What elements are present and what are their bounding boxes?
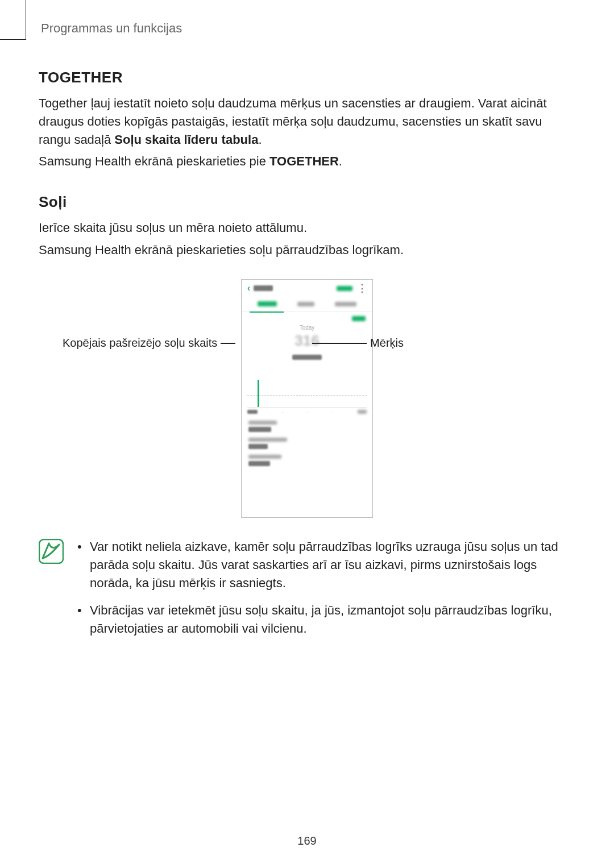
note-item-2: Vibrācijas var ietekmēt jūsu soļu skaitu… — [74, 601, 575, 638]
steps-para2: Samsung Health ekrānā pieskarieties soļu… — [39, 241, 575, 259]
callout-left-wrap: Kopējais pašreizējo soļu skaits — [63, 337, 235, 350]
back-chevron-icon: ‹ — [247, 283, 250, 293]
callout-right-wrap: Mērķis — [312, 337, 404, 350]
daily-steps-blur — [292, 355, 322, 360]
metric-2-label — [248, 438, 287, 442]
step-chart — [247, 372, 367, 408]
chart-label-3: · — [307, 410, 308, 415]
header-corner-mark — [0, 0, 26, 40]
metric-1-label — [248, 421, 277, 425]
chart-label-5 — [358, 410, 367, 415]
together-instr-bold: TOGETHER — [269, 154, 339, 168]
tab-blur-2 — [297, 302, 314, 306]
appbar-title-blur — [254, 285, 273, 291]
phone-tabs — [242, 297, 372, 312]
daily-steps-wrap — [242, 352, 372, 362]
chart-dashed-line — [247, 395, 367, 396]
chart-label-1 — [247, 410, 258, 415]
together-instr-suffix: . — [339, 154, 342, 168]
target-row — [242, 312, 372, 321]
page-content: TOGETHER Together ļauj iestatīt noieto s… — [39, 69, 575, 647]
callout-left-line — [221, 343, 235, 344]
callout-right-label: Mērķis — [370, 337, 404, 350]
chart-bar — [258, 380, 259, 407]
target-value-blur — [352, 316, 366, 321]
more-icon: ⋮ — [357, 282, 367, 294]
metric-2-value — [248, 444, 268, 449]
phone-appbar: ‹ ⋮ — [242, 280, 372, 297]
metric-3-value — [248, 461, 270, 466]
chart-x-labels: · · · — [242, 408, 372, 415]
chart-label-2: · — [281, 410, 283, 415]
metric-1 — [242, 415, 372, 432]
chapter-header: Programmas un funkcijas — [41, 20, 575, 35]
tab-active-blur — [258, 301, 277, 306]
phone-mock: ‹ ⋮ — [241, 279, 373, 518]
chart-label-4: · — [332, 410, 333, 415]
document-page: Programmas un funkcijas TOGETHER Togethe… — [0, 0, 614, 868]
callout-right-line — [312, 343, 367, 344]
together-heading: TOGETHER — [39, 69, 575, 86]
together-instruction: Samsung Health ekrānā pieskarieties pie … — [39, 152, 575, 171]
tab-underline — [250, 312, 284, 313]
today-label: Today — [242, 325, 372, 331]
callout-left-label: Kopējais pašreizējo soļu skaits — [63, 337, 217, 350]
page-number: 169 — [0, 834, 614, 848]
metric-3 — [242, 449, 372, 466]
together-paragraph: Together ļauj iestatīt noieto soļu daudz… — [39, 94, 575, 149]
metric-3-label — [248, 455, 281, 459]
section-together: TOGETHER Together ļauj iestatīt noieto s… — [39, 69, 575, 171]
together-instr-prefix: Samsung Health ekrānā pieskarieties pie — [39, 154, 269, 168]
note-item-1: Var notikt neliela aizkave, kamēr soļu p… — [74, 538, 575, 592]
metric-1-value — [248, 427, 271, 432]
metric-2 — [242, 432, 372, 449]
together-para-suffix: . — [258, 132, 262, 147]
together-para-bold: Soļu skaita līderu tabula — [114, 132, 258, 147]
section-steps: Soļi Ierīce skaita jūsu soļus un mēra no… — [39, 193, 575, 647]
figure-row: Kopējais pašreizējo soļu skaits ‹ ⋮ — [39, 276, 575, 521]
tab-blur-3 — [335, 302, 356, 306]
appbar-action-blur — [337, 286, 352, 291]
note-row: Var notikt neliela aizkave, kamēr soļu p… — [39, 538, 575, 646]
svg-rect-0 — [39, 539, 63, 563]
steps-para1: Ierīce skaita jūsu soļus un mēra noieto … — [39, 219, 575, 237]
note-icon — [39, 539, 64, 564]
steps-heading: Soļi — [39, 193, 575, 211]
note-list: Var notikt neliela aizkave, kamēr soļu p… — [74, 538, 575, 646]
